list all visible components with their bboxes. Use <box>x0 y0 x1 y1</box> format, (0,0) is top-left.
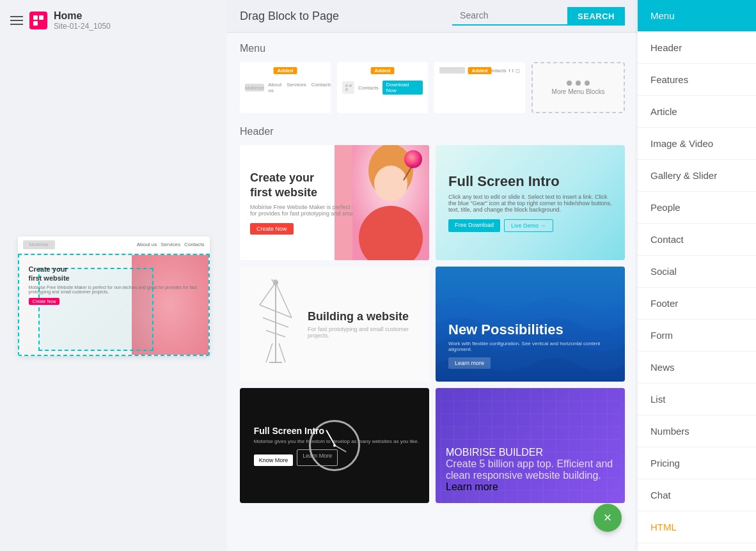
hblock-5-title: Full Screen Intro <box>254 426 419 436</box>
search-container: SEARCH <box>452 6 625 26</box>
menu-download-btn: Download Now <box>382 81 423 95</box>
sidebar-menu-label: Menu <box>650 10 675 21</box>
sidebar-item-menu[interactable]: Menu <box>638 0 756 32</box>
sidebar-item-list[interactable]: List <box>638 384 756 415</box>
preview-hero-content: Create yourfirst website Mobirise Free W… <box>29 265 209 306</box>
nav-link-services: Services <box>161 242 180 247</box>
sidebar-item-form[interactable]: Form <box>638 320 756 352</box>
sidebar-footer-label: Footer <box>650 298 678 309</box>
added-badge-3: Added <box>468 67 492 74</box>
sidebar-item-gallery-slider[interactable]: Gallery & Slider <box>638 160 756 192</box>
hero-title: Create yourfirst website <box>29 265 209 283</box>
hblock-5-btns: Know More Learn More <box>254 449 419 466</box>
menu-block-more[interactable]: More Menu Blocks <box>532 62 625 113</box>
header-block-mobirise-builder[interactable]: MOBIRISE BUILDER Create 5 billion app to… <box>436 388 625 503</box>
hblock-5-btn1: Know More <box>254 454 294 466</box>
menu-block-1[interactable]: Mobirise About us Services Contacts Adde… <box>240 62 331 113</box>
hblock-3-sub: For fast prototyping and small customer … <box>308 326 419 339</box>
sidebar-form-label: Form <box>650 330 673 341</box>
hblock-4-btn: Learn more <box>448 357 491 369</box>
app-title: Home Site-01-24_1050 <box>54 10 111 31</box>
sidebar-item-chat[interactable]: Chat <box>638 479 756 511</box>
sidebar-item-header[interactable]: Header <box>638 32 756 64</box>
sidebar-people-label: People <box>650 202 681 213</box>
hblock-3-title: Building a website <box>308 310 419 323</box>
preview-nav-links: About us Services Contacts <box>137 242 205 247</box>
header-block-new-possibilities[interactable]: New Possibilities Work with flexible con… <box>436 267 625 382</box>
search-button[interactable]: SEARCH <box>567 7 625 26</box>
menu-links-1: About us Services Contacts <box>268 82 331 93</box>
header-blocks-grid: Create yourfirst website Mobirise Free W… <box>240 145 625 503</box>
instagram-icon: ◻ <box>516 68 520 74</box>
sidebar-item-features[interactable]: Features <box>638 64 756 96</box>
hblock-1-btn: Create Now <box>250 223 294 235</box>
hblock-5-btn2: Learn More <box>297 449 338 466</box>
menu-block-2[interactable]: Contacts Download Now Added <box>337 62 428 113</box>
hblock-4-sub: Work with flexible configuration. See ve… <box>448 341 612 352</box>
sidebar-item-social[interactable]: Social <box>638 256 756 288</box>
header-block-fullscreen-clock[interactable]: Full Screen Intro Mobirise gives you the… <box>240 388 429 503</box>
fab-close-button[interactable]: × <box>594 504 622 532</box>
svg-rect-4 <box>349 84 352 87</box>
menu-logo-icon-2 <box>342 81 354 94</box>
sidebar-item-footer[interactable]: Footer <box>638 288 756 320</box>
mn-link-contacts-2: Contacts <box>358 85 379 91</box>
sidebar-item-news[interactable]: News <box>638 352 756 384</box>
facebook-icon: f <box>509 68 510 74</box>
drag-block-title: Drag Block to Page <box>240 10 339 23</box>
menu-links-2: Contacts <box>358 85 379 91</box>
more-dots <box>567 81 590 86</box>
header-section: Header Create yourfirst website Mobirise… <box>240 126 625 503</box>
sidebar-item-numbers[interactable]: Numbers <box>638 415 756 447</box>
dot-3 <box>585 81 590 86</box>
header-block-building[interactable]: Building a website For fast prototyping … <box>240 267 429 382</box>
dot-1 <box>567 81 572 86</box>
menu-logo-1: Mobirise <box>245 84 264 91</box>
sidebar-chat-label: Chat <box>650 490 671 501</box>
added-badge-2: Added <box>371 67 395 74</box>
twitter-icon: t <box>512 68 514 74</box>
preview-area: Mobirise About us Services Contacts Crea… <box>0 41 227 551</box>
preview-logo: Mobirise <box>23 240 55 249</box>
sidebar-article-label: Article <box>650 106 677 117</box>
sidebar-list-label: List <box>650 394 665 405</box>
search-input[interactable] <box>452 6 567 26</box>
hero-sub: Mobirise Free Website Maker is perfect f… <box>29 285 209 294</box>
hblock-2-btns: Free Download Live Demo → <box>448 219 612 232</box>
svg-rect-3 <box>345 84 348 87</box>
menu-block-social[interactable]: Contacts f t ◻ Added <box>434 62 525 113</box>
website-preview: Mobirise About us Services Contacts Crea… <box>18 237 210 356</box>
main-content: Drag Block to Page SEARCH Menu Mobirise … <box>227 0 638 551</box>
menu-section-title: Menu <box>240 43 625 54</box>
hero-btn: Create Now <box>29 298 60 305</box>
app-icon <box>29 12 47 29</box>
hblock-3-text: Building a website For fast prototyping … <box>301 310 419 339</box>
hblock-2-sub: Click any text to edit or slide it. Sele… <box>448 194 612 213</box>
hblock-2-title: Full Screen Intro <box>448 173 612 190</box>
sidebar-item-article[interactable]: Article <box>638 96 756 128</box>
app-name: Home <box>54 10 111 22</box>
sidebar-item-pricing[interactable]: Pricing <box>638 447 756 479</box>
menu-social-logo <box>439 67 465 74</box>
nav-link-contacts: Contacts <box>184 242 205 247</box>
left-sidebar: Home Site-01-24_1050 Mobirise About us S… <box>0 0 227 551</box>
svg-line-23 <box>279 343 285 362</box>
sidebar-social-label: Social <box>650 266 677 277</box>
header-block-create-website[interactable]: Create yourfirst website Mobirise Free W… <box>240 145 429 260</box>
mn-link-contacts: Contacts <box>311 82 331 93</box>
sidebar-item-contact[interactable]: Contact <box>638 224 756 256</box>
dot-2 <box>576 81 581 86</box>
sidebar-item-html[interactable]: HTML <box>638 511 756 543</box>
hblock-2-demo-btn: Live Demo → <box>504 219 553 232</box>
sidebar-item-people[interactable]: People <box>638 192 756 224</box>
header-block-fullscreen-intro[interactable]: Full Screen Intro Click any text to edit… <box>436 145 625 260</box>
preview-hero: Create yourfirst website Mobirise Free W… <box>18 254 210 356</box>
sidebar-numbers-label: Numbers <box>650 426 689 437</box>
hamburger-menu[interactable] <box>10 16 23 25</box>
hblock-1-img <box>352 145 429 260</box>
hblock-5-text: Full Screen Intro Mobirise gives you the… <box>254 426 419 466</box>
svg-rect-0 <box>33 15 38 20</box>
blocks-area: Menu Mobirise About us Services Contacts… <box>227 33 638 551</box>
header-section-title: Header <box>240 126 625 137</box>
sidebar-item-image-video[interactable]: Image & Video <box>638 128 756 160</box>
